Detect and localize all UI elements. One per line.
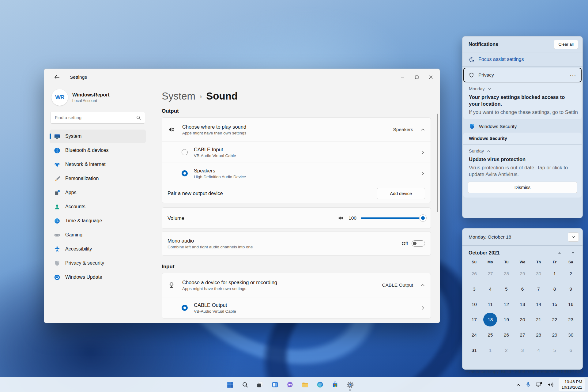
calendar-day[interactable]: 22 <box>547 312 563 327</box>
clear-all-button[interactable]: Clear all <box>554 40 578 49</box>
play-sound-row[interactable]: Choose where to play sound Apps might ha… <box>162 118 431 141</box>
calendar-day[interactable]: 15 <box>547 297 563 312</box>
record-device-row[interactable]: Choose a device for speaking or recordin… <box>162 273 431 297</box>
play-sound-value[interactable]: Speakers <box>393 127 425 132</box>
sidebar-item-accounts[interactable]: Accounts <box>50 200 146 213</box>
calendar-day[interactable]: 26 <box>498 327 514 342</box>
tray-microphone-icon[interactable] <box>526 382 531 388</box>
calendar-day[interactable]: 25 <box>482 327 499 342</box>
calendar-day[interactable]: 7 <box>530 281 547 296</box>
search-box[interactable] <box>50 112 145 123</box>
tray-clock[interactable]: 10:46 PM 10/18/2021 <box>559 378 585 391</box>
calendar-day[interactable]: 3 <box>514 343 531 358</box>
back-button[interactable] <box>51 73 62 82</box>
store-button[interactable] <box>329 379 341 391</box>
privacy-notification-header[interactable]: Privacy ... <box>463 68 582 82</box>
input-device-row[interactable]: CABLE Output VB-Audio Virtual Cable <box>162 297 431 318</box>
calendar-day[interactable]: 1 <box>482 343 499 358</box>
account-block[interactable]: WR WindowsReport Local Account <box>50 87 146 111</box>
tray-chevron-up-icon[interactable] <box>516 382 521 387</box>
calendar-day[interactable]: 21 <box>530 312 547 327</box>
calendar-day[interactable]: 27 <box>514 327 531 342</box>
calendar-day[interactable]: 6 <box>514 281 531 296</box>
calendar-day[interactable]: 10 <box>466 297 482 312</box>
chevron-right-icon[interactable] <box>420 150 425 155</box>
search-input[interactable] <box>55 115 136 120</box>
maximize-button[interactable] <box>410 71 424 83</box>
calendar-day[interactable]: 23 <box>563 312 579 327</box>
sidebar-item-gaming[interactable]: Gaming <box>50 228 146 242</box>
tray-speaker-icon[interactable] <box>547 382 554 388</box>
chevron-right-icon[interactable] <box>420 171 425 176</box>
settings-taskbar-button[interactable] <box>344 379 356 391</box>
add-device-button[interactable]: Add device <box>377 188 425 199</box>
calendar-day[interactable]: 1 <box>547 266 563 281</box>
privacy-notification-card[interactable]: Privacy ... Monday Your privacy settings… <box>463 68 582 119</box>
calendar-day[interactable]: 5 <box>547 343 563 358</box>
edge-button[interactable] <box>314 379 326 391</box>
calendar-day[interactable]: 17 <box>466 312 482 327</box>
output-device-row[interactable]: Speakers High Definition Audio Device <box>162 163 431 184</box>
sidebar-item-network-internet[interactable]: Network & internet <box>50 158 146 171</box>
minimize-button[interactable] <box>396 71 410 83</box>
chat-button[interactable] <box>284 379 296 391</box>
calendar-day[interactable]: 30 <box>530 266 547 281</box>
calendar-day[interactable]: 13 <box>514 297 531 312</box>
calendar-day[interactable]: 28 <box>498 266 514 281</box>
calendar-day[interactable]: 20 <box>514 312 531 327</box>
calendar-day[interactable]: 3 <box>466 281 482 296</box>
calendar-day[interactable]: 12 <box>498 297 514 312</box>
radio-checked-icon[interactable] <box>182 170 188 176</box>
breadcrumb-parent[interactable]: System <box>162 90 195 102</box>
calendar-day[interactable]: 30 <box>563 327 579 342</box>
start-button[interactable] <box>224 379 236 391</box>
output-device-row[interactable]: CABLE Input VB-Audio Virtual Cable <box>162 141 431 163</box>
calendar-collapse-button[interactable] <box>568 232 579 242</box>
calendar-day[interactable]: 8 <box>547 281 563 296</box>
calendar-day[interactable]: 29 <box>547 327 563 342</box>
sidebar-item-apps[interactable]: Apps <box>50 186 146 199</box>
record-device-value[interactable]: CABLE Output <box>382 282 425 288</box>
calendar-day[interactable]: 6 <box>563 343 579 358</box>
file-explorer-button[interactable] <box>299 379 311 391</box>
calendar-day[interactable]: 5 <box>498 281 514 296</box>
calendar-day[interactable]: 26 <box>466 266 482 281</box>
calendar-day[interactable]: 28 <box>530 327 547 342</box>
radio-unchecked-icon[interactable] <box>182 149 188 155</box>
radio-checked-icon[interactable] <box>182 305 188 311</box>
volume-icon[interactable] <box>337 215 344 221</box>
mono-toggle[interactable] <box>412 240 425 247</box>
slider-thumb[interactable] <box>420 215 426 221</box>
calendar-prev-icon[interactable] <box>557 251 562 255</box>
focus-assist-link[interactable]: Focus assist settings <box>462 52 582 67</box>
calendar-day[interactable]: 19 <box>498 312 514 327</box>
sidebar-item-system[interactable]: System <box>50 130 146 143</box>
calendar-day[interactable]: 29 <box>514 266 531 281</box>
scrollbar[interactable] <box>437 114 438 212</box>
calendar-day[interactable]: 11 <box>482 297 499 312</box>
volume-slider[interactable] <box>361 217 425 219</box>
close-button[interactable] <box>424 71 438 83</box>
dismiss-button[interactable]: Dismiss <box>468 182 577 193</box>
calendar-day[interactable]: 24 <box>466 327 482 342</box>
sidebar-item-windows-update[interactable]: Windows Update <box>50 270 146 284</box>
sidebar-item-accessibility[interactable]: Accessibility <box>50 242 146 256</box>
calendar-day[interactable]: 2 <box>563 266 579 281</box>
sidebar-item-bluetooth-devices[interactable]: Bluetooth & devices <box>50 144 146 157</box>
calendar-day[interactable]: 9 <box>563 281 579 296</box>
more-options-icon[interactable]: ... <box>570 71 576 80</box>
widgets-button[interactable] <box>269 379 281 391</box>
calendar-next-icon[interactable] <box>571 251 575 255</box>
taskbar-search-button[interactable] <box>239 379 251 391</box>
calendar-day[interactable]: 14 <box>530 297 547 312</box>
calendar-day[interactable]: 4 <box>482 281 499 296</box>
tray-network-icon[interactable] <box>536 382 543 388</box>
notification-group-monday[interactable]: Monday <box>463 82 582 93</box>
calendar-day[interactable]: 27 <box>482 266 499 281</box>
calendar-day[interactable]: 4 <box>530 343 547 358</box>
calendar-day-selected[interactable]: 18 <box>483 313 497 326</box>
sidebar-item-time-language[interactable]: Time & language <box>50 214 146 228</box>
sidebar-item-privacy-security[interactable]: Privacy & security <box>50 256 146 270</box>
calendar-day[interactable]: 2 <box>498 343 514 358</box>
sidebar-item-personalization[interactable]: Personalization <box>50 172 146 185</box>
